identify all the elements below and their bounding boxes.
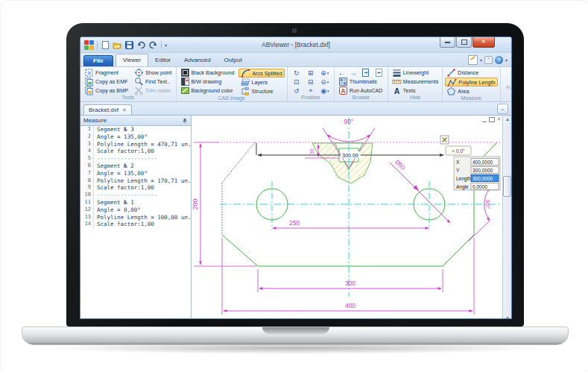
measure-line: 3Polyline Length = 470,71 un.: [80, 141, 191, 148]
arcs-splitted-button[interactable]: Arcs Splitted: [238, 69, 284, 78]
document-tab-bracket[interactable]: Bracket.dxf ✕: [83, 104, 132, 115]
ribbon-group-measure: Distance Polyline Length Area Measure: [443, 67, 500, 101]
scroll-down-icon[interactable]: ▼: [505, 315, 510, 319]
save-icon[interactable]: [124, 40, 134, 50]
dim-dia50-label: Ø50: [394, 159, 407, 171]
mdi-restore-icon[interactable]: [489, 117, 495, 122]
coord-angle-label: Angle: [456, 184, 469, 190]
background-color-button[interactable]: Background color: [179, 86, 236, 95]
layers-button[interactable]: Layers: [238, 78, 284, 86]
zoom-window-button[interactable]: ⊞: [304, 69, 317, 77]
measure-line: 2Angle = 135,00°: [80, 133, 191, 141]
thumbnails-button[interactable]: Thumbnails: [337, 78, 385, 86]
distance-button[interactable]: Distance: [445, 69, 497, 77]
help-dropdown-icon[interactable]: ▾: [505, 57, 508, 63]
ribbon-item-label: Black Background: [192, 69, 235, 76]
ribbon-tab-row: File Viewer Editor Advanced Output ▾ ⌃ ?…: [80, 53, 511, 67]
first-page-icon[interactable]: [361, 68, 370, 78]
tab-output[interactable]: Output: [218, 54, 249, 66]
last-page-icon[interactable]: [374, 68, 384, 78]
rotate-left-button[interactable]: ↻: [290, 69, 303, 77]
zoom-extents-button[interactable]: ◉▾: [318, 86, 332, 95]
ribbon-item-label: Trim raster: [145, 87, 171, 94]
redo-icon[interactable]: [148, 40, 158, 50]
rotate-3d-button[interactable]: ↺: [290, 86, 303, 95]
zoom-in-button[interactable]: ⊕▾: [318, 69, 332, 77]
find-text-button[interactable]: Find Text..: [133, 78, 174, 86]
style-dropdown-icon[interactable]: ▾: [480, 57, 482, 63]
measure-line: 1Segment № 3: [80, 126, 191, 133]
main-content: Measure 1Segment № 3 2Angle = 135,00° 3P…: [80, 116, 511, 319]
tab-list-dropdown-icon[interactable]: ⌄: [497, 104, 508, 114]
coord-length-value: 300,0000: [472, 176, 493, 181]
tab-viewer[interactable]: Viewer: [116, 54, 148, 66]
ribbon-item-label: Polyline Length: [458, 79, 495, 86]
close-tab-icon[interactable]: ✕: [122, 107, 127, 113]
close-button[interactable]: ✕: [472, 37, 495, 48]
back-arrow-icon[interactable]: ←: [338, 69, 346, 77]
ribbon-item-label: Copy as EMF: [95, 78, 128, 85]
forward-arrow-icon[interactable]: →: [350, 69, 357, 77]
tab-editor[interactable]: Editor: [148, 54, 177, 66]
mdi-close-icon[interactable]: ✕: [497, 116, 502, 122]
copy-as-bmp-button[interactable]: Copy as BMP: [83, 86, 130, 95]
mdi-minimize-icon[interactable]: ▁: [482, 116, 486, 122]
structure-button[interactable]: Structure: [238, 87, 284, 95]
dim-30-label: 30: [309, 148, 314, 154]
ribbon-item-label: B/W drawing: [192, 78, 222, 85]
scroll-thumb[interactable]: [503, 176, 511, 197]
rotate-page-button[interactable]: ⊡: [290, 78, 303, 86]
coord-y-label: Y: [456, 168, 460, 173]
coord-y-value: 300,0000: [472, 168, 493, 173]
ribbon-group-view: Full Screen View: [501, 67, 512, 101]
app-logo-icon[interactable]: [84, 40, 94, 50]
fit-to-window-button[interactable]: ⊟: [304, 78, 317, 86]
laptop-base: [22, 327, 569, 345]
ribbon-group-label: View: [503, 94, 512, 101]
measure-line: 4Scale factor:1,00: [80, 148, 191, 155]
bw-drawing-button[interactable]: B/W drawing: [179, 78, 236, 86]
laptop-base-notch: [262, 327, 329, 334]
trim-raster-button: Trim raster: [133, 86, 174, 95]
cad-canvas[interactable]: ▁ ✕: [192, 116, 502, 319]
copy-as-emf-button[interactable]: Copy as EMF: [83, 78, 130, 86]
undo-icon[interactable]: [136, 40, 146, 50]
zoom-out-button[interactable]: ⊖▾: [318, 78, 332, 86]
dim-400-label: 400: [345, 302, 355, 309]
minimize-ribbon-icon[interactable]: ⌃: [484, 56, 493, 64]
polyline-length-icon: [447, 78, 457, 87]
tab-file[interactable]: File: [83, 55, 113, 66]
scroll-up-icon[interactable]: ▲: [505, 116, 510, 124]
tab-advanced[interactable]: Advanced: [177, 54, 218, 66]
qat-dropdown-icon[interactable]: ▾: [165, 42, 167, 48]
open-file-icon[interactable]: [113, 40, 122, 50]
ribbon-group-position: ↻ ⊞ ⊕▾ ⊡ ⊟ ⊖▾ ↺ ⌖ ◉▾ Position: [288, 67, 335, 101]
minimize-button[interactable]: ▬: [440, 37, 455, 48]
help-icon[interactable]: ?: [495, 56, 503, 64]
title-bar: ▾ ABViewer - [Bracket.dxf] ▬ ✕: [80, 37, 511, 53]
full-screen-button: Full Screen: [503, 69, 512, 94]
previous-view-button[interactable]: ⌖: [304, 86, 317, 95]
coord-length-label: Length: [456, 176, 471, 182]
texts-button[interactable]: ATexts: [391, 86, 440, 95]
new-file-icon[interactable]: [101, 40, 110, 50]
polyline-length-button[interactable]: Polyline Length: [445, 78, 497, 86]
fragment-button[interactable]: Fragment: [83, 69, 130, 77]
measurements-button[interactable]: Measurements: [391, 78, 440, 86]
black-background-button[interactable]: Black Background: [179, 69, 236, 77]
quick-access-toolbar: ▾: [80, 40, 167, 50]
svg-text:A: A: [341, 87, 345, 95]
ribbon: Fragment Copy as EMF Copy as BMP Show po…: [80, 67, 511, 102]
lineweight-button[interactable]: Lineweight: [391, 69, 440, 77]
coord-x-label: X: [456, 160, 460, 165]
vertical-scrollbar[interactable]: ▲ ▼: [502, 116, 511, 319]
measure-line: 11Segment № 1: [80, 199, 191, 207]
area-button[interactable]: Area: [445, 87, 497, 95]
pin-icon[interactable]: [182, 118, 188, 124]
show-point-button[interactable]: Show point: [133, 69, 174, 77]
run-autocad-button[interactable]: ARun AutoCAD: [337, 86, 385, 95]
measure-results-list[interactable]: 1Segment № 3 2Angle = 135,00° 3Polyline …: [80, 126, 191, 319]
maximize-button[interactable]: [456, 37, 472, 48]
style-icon[interactable]: [468, 55, 478, 65]
coord-angle-value: 0,0000: [472, 184, 487, 189]
